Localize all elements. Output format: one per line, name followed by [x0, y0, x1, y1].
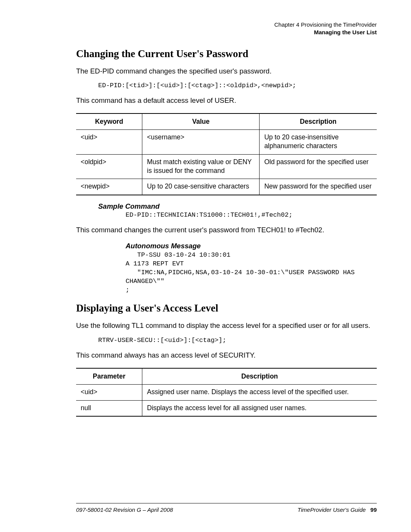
page-number: 99 — [370, 506, 377, 513]
keyword-table: Keyword Value Description <uid> <usernam… — [76, 113, 377, 195]
sample-command-label: Sample Command — [98, 202, 377, 211]
autonomous-message-block: TP-SSU 03-10-24 10:30:01 A 1173 REPT EVT… — [126, 251, 377, 295]
running-header: Chapter 4 Provisioning the TimeProvider … — [76, 21, 377, 37]
parameter-table: Parameter Description <uid> Assigned use… — [76, 368, 377, 417]
heading-changing-password: Changing the Current User's Password — [76, 48, 377, 60]
command-syntax: RTRV-USER-SECU::[<uid>]:[<ctag>]; — [98, 337, 377, 344]
paragraph: Use the following TL1 command to display… — [76, 321, 377, 331]
table-row: <uid> <username> Up to 20 case-insensiti… — [76, 130, 377, 155]
paragraph: This command changes the current user's … — [76, 225, 377, 235]
col-header: Description — [142, 368, 377, 385]
autonomous-message-label: Autonomous Message — [126, 242, 377, 250]
chapter-label: Chapter 4 Provisioning the TimeProvider — [76, 21, 377, 29]
paragraph: The ED-PID command changes the specified… — [76, 67, 377, 76]
footer-left: 097-58001-02 Revision G – April 2008 — [76, 506, 173, 513]
col-header: Parameter — [76, 368, 142, 385]
col-header: Value — [142, 113, 260, 130]
table-row: null Displays the access level for all a… — [76, 400, 377, 416]
page-footer: 097-58001-02 Revision G – April 2008 Tim… — [76, 503, 377, 513]
paragraph: This command always has an access level … — [76, 351, 377, 360]
command-syntax: ED-PID:[<tid>]:[<uid>]:[<ctag>]::<oldpid… — [98, 82, 377, 89]
heading-display-access-level: Displaying a User's Access Level — [76, 302, 377, 314]
section-label: Managing the User List — [76, 29, 377, 36]
table-row: <oldpid> Must match existing value or DE… — [76, 154, 377, 179]
table-row: <newpid> Up to 20 case-sensitive charact… — [76, 179, 377, 195]
table-row: <uid> Assigned user name. Displays the a… — [76, 384, 377, 400]
col-header: Description — [260, 113, 377, 130]
col-header: Keyword — [76, 113, 142, 130]
page: Chapter 4 Provisioning the TimeProvider … — [0, 0, 411, 532]
footer-right: TimeProvider User's Guide 99 — [298, 506, 377, 513]
sample-command-code: ED-PID::TECHNICIAN:TS1000::TECH01!,#Tech… — [126, 211, 377, 219]
paragraph: This command has a default access level … — [76, 96, 377, 105]
